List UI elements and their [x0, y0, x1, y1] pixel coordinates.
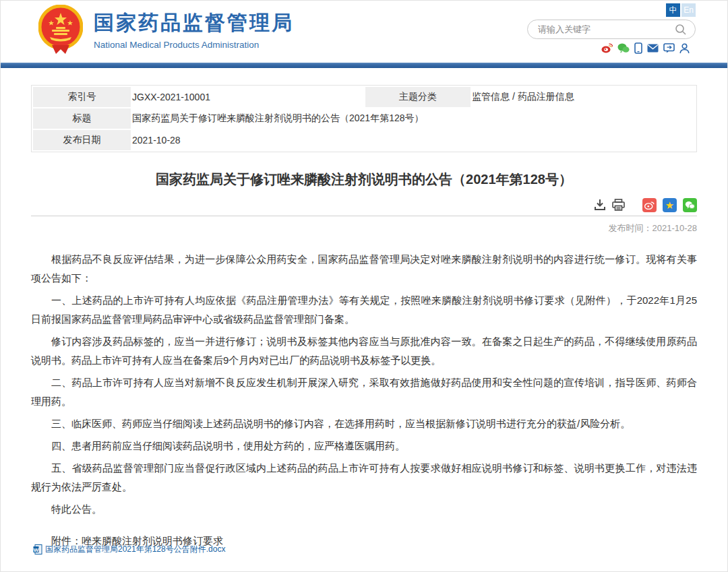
weibo-icon[interactable] [601, 43, 613, 53]
document-meta-table: 索引号 JGXX-2021-10001 主题分类 监管信息 / 药品注册信息 标… [31, 85, 697, 152]
page-title: 国家药监局关于修订唑来膦酸注射剂说明书的公告（2021年第128号） [31, 170, 697, 189]
download-icon[interactable] [594, 199, 606, 211]
date-label: 发布日期 [32, 129, 131, 151]
language-toggle: 中 En [666, 3, 696, 17]
site-header: 国家药品监督管理局 National Medical Products Admi… [1, 1, 727, 63]
search-input[interactable] [528, 24, 672, 34]
svg-text:W: W [34, 547, 39, 553]
header-divider-bar [1, 63, 727, 68]
category-value: 监管信息 / 药品注册信息 [471, 86, 696, 108]
message-icon[interactable] [663, 43, 675, 53]
meta-row-title: 标题 国家药监局关于修订唑来膦酸注射剂说明书的公告（2021年第128号） [32, 108, 696, 129]
category-label: 主题分类 [365, 86, 471, 108]
print-icon[interactable] [612, 199, 625, 211]
site-title: 国家药品监督管理局 [94, 9, 294, 37]
search-icon[interactable] [672, 23, 690, 36]
lang-chinese-button[interactable]: 中 [666, 3, 680, 17]
paragraph: 二、药品上市许可持有人应当对新增不良反应发生机制开展深入研究，采取有效措施做好药… [31, 373, 697, 411]
article-body: 根据药品不良反应评估结果，为进一步保障公众用药安全，国家药品监督管理局决定对唑来… [31, 250, 697, 519]
paragraph: 四、患者用药前应当仔细阅读药品说明书，使用处方药的，应严格遵医嘱用药。 [31, 437, 697, 455]
paragraph: 修订内容涉及药品标签的，应当一并进行修订；说明书及标签其他内容应当与原批准内容一… [31, 332, 697, 370]
date-value: 2021-10-28 [131, 129, 696, 151]
site-subtitle: National Medical Products Administration [94, 40, 294, 50]
paragraph: 五、省级药品监督管理部门应当督促行政区域内上述药品的药品上市许可持有人按要求做好… [31, 459, 697, 497]
page: 国家药品监督管理局 National Medical Products Admi… [0, 0, 728, 572]
paragraph: 一、上述药品的上市许可持有人均应依据《药品注册管理办法》等有关规定，按照唑来膦酸… [31, 291, 697, 329]
brand: 国家药品监督管理局 National Medical Products Admi… [38, 5, 294, 55]
index-value: JGXX-2021-10001 [131, 86, 365, 108]
brand-text: 国家药品监督管理局 National Medical Products Admi… [94, 9, 294, 50]
lang-english-button[interactable]: En [681, 3, 696, 17]
main-content: 索引号 JGXX-2021-10001 主题分类 监管信息 / 药品注册信息 标… [31, 85, 697, 572]
national-emblem-logo [38, 5, 83, 55]
meta-row-index-category: 索引号 JGXX-2021-10001 主题分类 监管信息 / 药品注册信息 [32, 86, 696, 108]
mobile-icon[interactable] [634, 42, 642, 54]
paragraph: 特此公告。 [31, 500, 697, 519]
wechat-icon[interactable] [617, 43, 630, 53]
index-label: 索引号 [32, 86, 131, 108]
title-value: 国家药监局关于修订唑来膦酸注射剂说明书的公告（2021年第128号） [131, 108, 696, 129]
mail-icon[interactable] [647, 44, 659, 53]
paragraph: 根据药品不良反应评估结果，为进一步保障公众用药安全，国家药品监督管理局决定对唑来… [31, 250, 697, 288]
title-label: 标题 [32, 108, 131, 129]
user-icon[interactable] [679, 43, 690, 54]
attachment-file-name: 国家药品监督管理局2021年第128号公告附件.docx [45, 544, 225, 555]
attachment-download-link[interactable]: W 国家药品监督管理局2021年第128号公告附件.docx [33, 544, 225, 555]
paragraph: 三、临床医师、药师应当仔细阅读上述药品说明书的修订内容，在选择用药时，应当根据新… [31, 414, 697, 433]
word-doc-icon: W [33, 544, 42, 554]
share-weibo-icon[interactable] [642, 198, 657, 212]
article-toolbar: ★ [31, 197, 697, 212]
title-divider [31, 216, 697, 216]
publish-time: 发布时间：2021-10-28 [31, 222, 697, 234]
meta-row-date: 发布日期 2021-10-28 [32, 129, 696, 151]
share-wechat-icon[interactable] [683, 198, 697, 212]
search-box [527, 20, 696, 39]
share-qzone-icon[interactable]: ★ [663, 198, 677, 212]
social-icon-row [601, 42, 690, 54]
